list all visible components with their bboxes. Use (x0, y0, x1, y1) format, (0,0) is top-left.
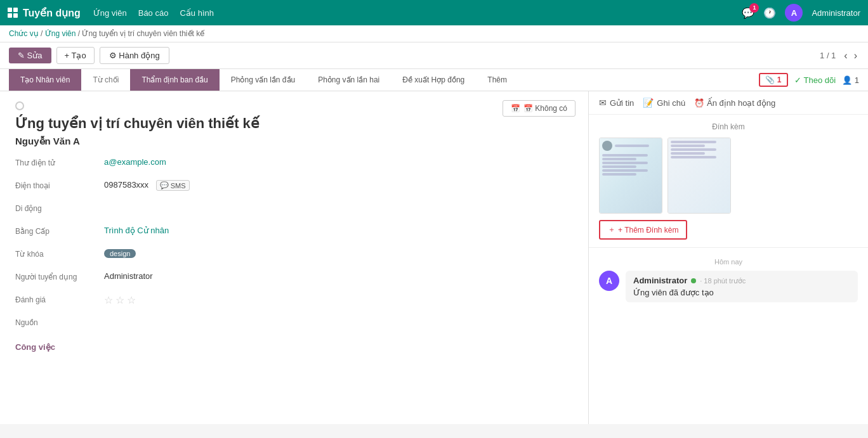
sms-button[interactable]: 💬 SMS (156, 180, 190, 191)
phone-number[interactable]: 0987583xxx (104, 180, 148, 190)
record-status-dot (15, 101, 24, 110)
stage-bar-right: 📎 1 ✓ Theo dõi 👤 1 (759, 69, 859, 91)
star-rating[interactable]: ☆ ☆ ☆ (104, 294, 537, 306)
applicant-name: Nguyễn Văn A (15, 136, 537, 147)
phone-label: Điện thoại (15, 180, 104, 190)
send-label: Gửi tin (610, 98, 634, 108)
keyword-tag[interactable]: design (104, 249, 136, 258)
edit-button[interactable]: ✎ Sửa (9, 48, 51, 63)
breadcrumb-ung-vien[interactable]: Ứng viên (45, 29, 76, 38)
chatter-text: Ứng viên đã được tạo (633, 288, 850, 297)
email-value[interactable]: a@example.com (104, 157, 537, 167)
add-attachment-button[interactable]: ＋ + Thêm Đính kèm (599, 220, 687, 240)
email-link[interactable]: a@example.com (104, 157, 166, 167)
app-name: Tuyển dụng (23, 7, 81, 19)
sms-icon: 💬 (160, 181, 169, 190)
pager-text: 1 / 1 (820, 51, 836, 60)
stage-bar: Tạo Nhân viên Từ chối Thẩm định ban đầu … (0, 69, 868, 91)
attachment-count: 1 (777, 75, 782, 84)
recruiter-value[interactable]: Administrator (104, 271, 537, 281)
breadcrumb-current: Ứng tuyển vị trí chuyên viên thiết kế (82, 29, 204, 38)
follow-label: Theo dõi (804, 75, 836, 85)
pager-nav: ‹ › (842, 50, 859, 61)
rating-label: Đánh giá (15, 294, 104, 304)
calendar-icon: 📅 (511, 104, 520, 113)
source-label: Nguồn (15, 317, 104, 327)
rating-value: ☆ ☆ ☆ (104, 294, 537, 306)
breadcrumb-sep1: / (41, 29, 45, 38)
schedule-activity-button[interactable]: ⏰ Ấn định hoạt động (694, 98, 775, 108)
note-label: Ghi chú (657, 98, 685, 108)
field-degree: Bằng Cấp Trình độ Cử nhân (15, 226, 537, 242)
chatter-message-1: A Administrator · 18 phút trước Ứng viên… (599, 271, 858, 302)
phone-value: 0987583xxx 💬 SMS (104, 180, 537, 191)
degree-value[interactable]: Trình độ Cử nhân (104, 226, 537, 235)
chatter-section: Hôm nay A Administrator · 18 phút trước … (589, 248, 868, 424)
right-panel: ✉ Gửi tin 📝 Ghi chú ⏰ Ấn định hoạt động … (589, 91, 868, 424)
admin-name: Administrator (812, 8, 860, 18)
stage-phong-van-2[interactable]: Phỏng vấn lần hai (306, 69, 391, 91)
star-3[interactable]: ☆ (127, 294, 136, 306)
stage-de-xuat[interactable]: Đề xuất Hợp đồng (391, 69, 476, 91)
nav-cau-hinh[interactable]: Cấu hình (180, 8, 214, 18)
attachment-thumb-2[interactable] (667, 138, 731, 214)
attachments-grid (599, 138, 858, 214)
follow-button[interactable]: ✓ Theo dõi (794, 75, 836, 85)
thumb-preview-2 (668, 138, 730, 213)
next-record-button[interactable]: › (852, 50, 859, 61)
grid-icon (8, 8, 18, 18)
messages-button[interactable]: 💬 1 (742, 7, 754, 19)
top-nav-right: 💬 1 🕐 A Administrator (742, 4, 860, 22)
send-message-button[interactable]: ✉ Gửi tin (599, 98, 634, 108)
online-indicator (691, 278, 696, 283)
record-title: Ứng tuyển vị trí chuyên viên thiết kế (15, 115, 537, 132)
stage-tao-nhan-vien[interactable]: Tạo Nhân viên (9, 69, 81, 91)
stage-them[interactable]: Thêm (476, 69, 518, 91)
mobile-label: Di động (15, 203, 104, 213)
note-button[interactable]: 📝 Ghi chú (643, 98, 685, 108)
action-bar: ✎ Sửa + Tạo ⚙ Hành động 1 / 1 ‹ › (0, 42, 868, 69)
paperclip-icon: 📎 (765, 75, 775, 84)
chatter-bubble: Administrator · 18 phút trước Ứng viên đ… (626, 271, 858, 302)
add-attachment-label: + Thêm Đính kèm (618, 226, 678, 235)
schedule-label: ⏰ Ấn định hoạt động (694, 98, 775, 108)
prev-record-button[interactable]: ‹ (842, 50, 849, 61)
nav-links: Ứng viên Báo cáo Cấu hình (93, 8, 730, 18)
clock-button[interactable]: 🕐 (763, 7, 776, 19)
thumb-preview-1 (600, 138, 662, 213)
chatter-avatar: A (599, 271, 619, 291)
chatter-actions: ✉ Gửi tin 📝 Ghi chú ⏰ Ấn định hoạt động (589, 91, 868, 115)
admin-avatar[interactable]: A (785, 4, 803, 22)
star-1[interactable]: ☆ (104, 294, 113, 306)
action-button[interactable]: ⚙ Hành động (100, 47, 169, 64)
attachments-section: Đính kèm (589, 115, 868, 248)
breadcrumb-chuc-vu[interactable]: Chức vụ (9, 29, 39, 38)
field-email: Thư điện tử a@example.com (15, 157, 537, 174)
date-button[interactable]: 📅 📅 Không có (503, 100, 575, 117)
stage-tu-choi[interactable]: Từ chối (81, 69, 130, 91)
keyword-label: Từ khóa (15, 248, 104, 259)
field-mobile: Di động (15, 203, 537, 219)
attachment-thumb-1[interactable] (599, 138, 662, 214)
attachments-title: Đính kèm (599, 122, 858, 131)
chatter-header: Administrator · 18 phút trước (633, 276, 850, 285)
check-icon: ✓ (794, 75, 801, 85)
field-source: Nguồn (15, 317, 537, 333)
field-keyword: Từ khóa design (15, 248, 537, 265)
star-2[interactable]: ☆ (115, 294, 124, 306)
follower-count: 👤 1 (842, 75, 859, 85)
note-icon: 📝 (643, 98, 654, 108)
nav-ung-vien[interactable]: Ứng viên (93, 8, 127, 18)
stage-phong-van-1[interactable]: Phỏng vấn lần đầu (220, 69, 306, 91)
breadcrumb: Chức vụ / Ứng viên / Ứng tuyển vị trí ch… (0, 25, 868, 42)
stage-tham-dinh[interactable]: Thẩm định ban đầu (130, 69, 219, 91)
email-label: Thư điện tử (15, 157, 104, 167)
nav-bao-cao[interactable]: Báo cáo (138, 8, 169, 18)
degree-link[interactable]: Trình độ Cử nhân (104, 226, 169, 235)
app-brand[interactable]: Tuyển dụng (8, 7, 81, 19)
create-button[interactable]: + Tạo (56, 47, 95, 64)
field-phone: Điện thoại 0987583xxx 💬 SMS (15, 180, 537, 196)
person-icon: 👤 (842, 75, 852, 85)
field-recruiter: Người tuyển dụng Administrator (15, 271, 537, 288)
attachment-count-badge[interactable]: 📎 1 (759, 73, 788, 87)
